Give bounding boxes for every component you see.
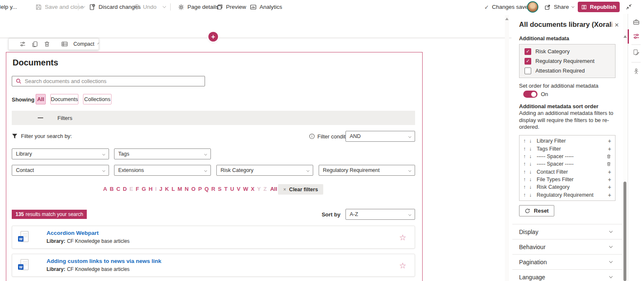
letter-filter[interactable]: H bbox=[148, 186, 152, 192]
letter-filter[interactable]: D bbox=[123, 186, 127, 192]
help-menu[interactable]: Help y... bbox=[0, 0, 17, 14]
accessibility-person-icon[interactable] bbox=[633, 68, 640, 75]
move-up-icon[interactable]: ↑ bbox=[523, 138, 529, 144]
move-down-icon[interactable]: ↓ bbox=[529, 138, 535, 144]
set-order-toggle[interactable] bbox=[523, 91, 538, 98]
layout-selector[interactable]: Compact bbox=[73, 41, 94, 47]
add-icon[interactable]: + bbox=[608, 177, 611, 182]
avatar[interactable] bbox=[527, 1, 538, 13]
delete-icon[interactable] bbox=[606, 154, 611, 159]
page-details-button[interactable]: Page details bbox=[178, 0, 218, 14]
document-link[interactable]: Accordion Webpart bbox=[47, 230, 99, 236]
section-display[interactable]: Display bbox=[512, 224, 622, 239]
move-down-icon[interactable]: ↓ bbox=[529, 192, 535, 198]
letter-filter[interactable]: W bbox=[243, 186, 248, 192]
letter-filter[interactable]: F bbox=[136, 186, 139, 192]
move-up-icon[interactable]: ↑ bbox=[523, 154, 529, 159]
tags-filter-dropdown[interactable]: Tags bbox=[114, 148, 211, 159]
add-icon[interactable]: + bbox=[608, 193, 611, 197]
favorite-star-icon[interactable]: ☆ bbox=[399, 261, 406, 271]
clear-filters-button[interactable]: × Clear filters bbox=[278, 184, 323, 195]
add-icon[interactable]: + bbox=[608, 147, 611, 151]
move-up-icon[interactable]: ↑ bbox=[523, 177, 529, 182]
letter-filter[interactable]: O bbox=[191, 186, 195, 192]
add-icon[interactable]: + bbox=[608, 185, 611, 189]
section-behaviour[interactable]: Behaviour bbox=[512, 239, 622, 254]
edit-properties-icon[interactable] bbox=[19, 41, 26, 47]
checkbox-row[interactable]: Attestation Required bbox=[525, 68, 615, 74]
republish-button[interactable]: Republish bbox=[578, 2, 620, 12]
extensions-filter-dropdown[interactable]: Extensions bbox=[114, 165, 211, 176]
move-down-icon[interactable]: ↓ bbox=[529, 154, 535, 159]
properties-sliders-icon[interactable] bbox=[633, 33, 640, 40]
letter-filter[interactable]: R bbox=[211, 186, 215, 192]
scroll-up-icon[interactable] bbox=[623, 35, 627, 38]
contact-filter-dropdown[interactable]: Contact bbox=[12, 165, 109, 176]
close-icon[interactable]: × bbox=[615, 21, 619, 29]
letter-filter[interactable]: B bbox=[110, 186, 114, 192]
risk-category-filter-dropdown[interactable]: Risk Category bbox=[216, 165, 313, 176]
page-scrollbar[interactable] bbox=[505, 15, 509, 281]
delete-icon[interactable] bbox=[606, 161, 611, 167]
letter-filter[interactable]: X bbox=[251, 186, 254, 192]
analytics-button[interactable]: Analytics bbox=[250, 0, 282, 14]
search-input[interactable] bbox=[25, 78, 201, 84]
document-link[interactable]: Adding custom links to news via news lin… bbox=[47, 258, 161, 264]
move-up-icon[interactable]: ↑ bbox=[523, 192, 529, 198]
letter-filter[interactable]: M bbox=[177, 186, 182, 192]
delete-icon[interactable] bbox=[44, 41, 50, 47]
letter-filter[interactable]: T bbox=[224, 186, 228, 192]
checkbox-checked-icon[interactable]: ✓ bbox=[525, 58, 531, 65]
move-up-icon[interactable]: ↑ bbox=[523, 169, 529, 175]
tab-collections[interactable]: Collections bbox=[83, 94, 112, 104]
pane-scrollbar-thumb[interactable] bbox=[623, 182, 626, 281]
share-button[interactable]: Share bbox=[544, 0, 574, 14]
add-icon[interactable]: + bbox=[608, 170, 611, 174]
filter-condition-dropdown[interactable]: AND bbox=[345, 131, 415, 142]
add-section-button[interactable]: + bbox=[208, 32, 218, 42]
sort-dropdown[interactable]: A-Z bbox=[345, 209, 415, 220]
tab-documents[interactable]: Documents bbox=[50, 94, 78, 104]
tab-all[interactable]: All bbox=[36, 94, 46, 104]
section-language[interactable]: Language bbox=[512, 269, 622, 281]
checkbox-row[interactable]: ✓ Risk Category bbox=[525, 48, 615, 55]
checkbox-unchecked-icon[interactable] bbox=[525, 68, 531, 74]
letter-filter[interactable]: Q bbox=[205, 186, 209, 192]
move-down-icon[interactable]: ↓ bbox=[529, 184, 535, 190]
move-down-icon[interactable]: ↓ bbox=[529, 161, 535, 167]
toolbox-icon[interactable] bbox=[633, 18, 640, 26]
page-templates-icon[interactable] bbox=[633, 49, 640, 56]
letter-filter[interactable]: L bbox=[171, 186, 175, 192]
letter-filter[interactable]: J bbox=[159, 186, 162, 192]
favorite-star-icon[interactable]: ☆ bbox=[399, 233, 406, 242]
reset-button[interactable]: Reset bbox=[519, 205, 554, 216]
move-down-icon[interactable]: ↓ bbox=[529, 146, 535, 152]
library-filter-dropdown[interactable]: Library bbox=[12, 148, 109, 159]
section-pagination[interactable]: Pagination bbox=[512, 254, 622, 269]
letter-filter[interactable]: A bbox=[103, 186, 107, 192]
letter-filter[interactable]: G bbox=[142, 186, 146, 192]
undo-button[interactable]: Undo bbox=[133, 0, 156, 14]
checkbox-row[interactable]: ✓ Regulatory Requirement bbox=[525, 58, 615, 65]
save-and-close-button[interactable]: Save and close bbox=[35, 0, 83, 14]
duplicate-icon[interactable] bbox=[31, 41, 38, 47]
move-up-icon[interactable]: ↑ bbox=[523, 184, 529, 190]
undo-split-chevron-icon[interactable] bbox=[163, 5, 166, 8]
scroll-up-icon[interactable] bbox=[505, 18, 509, 20]
letter-filter[interactable]: S bbox=[218, 186, 222, 192]
info-icon[interactable] bbox=[309, 133, 315, 139]
letter-filter[interactable]: C bbox=[116, 186, 120, 192]
letter-filter[interactable]: P bbox=[198, 186, 202, 192]
preview-button[interactable]: Preview bbox=[216, 0, 246, 14]
letter-filter-all[interactable]: All bbox=[270, 186, 277, 192]
add-icon[interactable]: + bbox=[608, 139, 611, 143]
checkbox-checked-icon[interactable]: ✓ bbox=[525, 48, 531, 55]
move-up-icon[interactable]: ↑ bbox=[523, 161, 529, 167]
move-down-icon[interactable]: ↓ bbox=[529, 169, 535, 175]
letter-filter[interactable]: K bbox=[165, 186, 169, 192]
regulatory-requirement-filter-dropdown[interactable]: Regulatory Requirement bbox=[319, 165, 415, 176]
move-down-icon[interactable]: ↓ bbox=[529, 177, 535, 182]
move-up-icon[interactable]: ↑ bbox=[523, 146, 529, 152]
letter-filter[interactable]: U bbox=[230, 186, 234, 192]
letter-filter[interactable]: N bbox=[185, 186, 189, 192]
